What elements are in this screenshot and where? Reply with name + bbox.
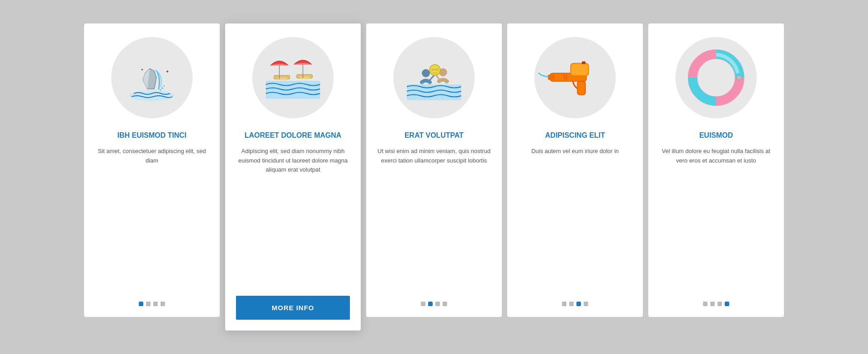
svg-rect-36: [736, 75, 742, 80]
dot-3: [160, 302, 165, 306]
card-4-text: Duis autem vel eum iriure dolor in: [531, 147, 619, 289]
svg-rect-14: [300, 76, 310, 79]
svg-rect-30: [582, 61, 585, 64]
card-5-text: Vel illum dolore eu feugiat nulla facili…: [659, 147, 773, 289]
card-3-dots: [421, 302, 447, 306]
card-4: ADIPISCING ELIT Duis autem vel eum iriur…: [507, 23, 643, 317]
card-1-dots: [139, 302, 165, 306]
cards-container: ✦ ✦ · IBH EUISMOD TINCI Sit amet, consec…: [57, 5, 811, 349]
card-4-title: ADIPISCING ELIT: [545, 131, 605, 140]
icon-circle-2: [252, 37, 334, 118]
beach-icon: [261, 48, 325, 107]
card-1-text: Sit amet, consectetuer adipiscing elit, …: [95, 147, 209, 289]
dot-1: [146, 302, 151, 306]
card-3-text: Ut wisi enim ad minim veniam, quis nostr…: [377, 147, 491, 289]
dot-0: [562, 302, 566, 306]
dot-0: [703, 302, 708, 306]
card-1: ✦ ✦ · IBH EUISMOD TINCI Sit amet, consec…: [84, 23, 220, 317]
card-5-title: EUISMOD: [699, 131, 733, 140]
svg-point-5: [160, 89, 161, 91]
dot-active: [428, 302, 433, 306]
card-2-text: Adipiscing elit, sed diam nonummy nibh e…: [236, 147, 350, 286]
card-3: ERAT VOLUTPAT Ut wisi enim ad minim veni…: [366, 23, 502, 317]
dot-2: [435, 302, 440, 306]
dot-0: [421, 302, 425, 306]
ring-icon: [684, 48, 748, 107]
svg-rect-31: [566, 75, 567, 80]
svg-point-3: [161, 87, 163, 89]
waterpolo-icon: [402, 48, 466, 107]
dot-1: [569, 302, 574, 306]
svg-point-35: [702, 63, 731, 92]
dot-3: [443, 302, 447, 306]
svg-point-21: [429, 65, 440, 75]
watergun-icon: [543, 51, 607, 105]
card-4-dots: [562, 302, 588, 306]
dot-2: [153, 302, 158, 306]
card-5: EUISMOD Vel illum dolore eu feugiat null…: [648, 23, 784, 317]
card-1-title: IBH EUISMOD TINCI: [118, 131, 187, 140]
svg-point-23: [445, 82, 447, 84]
icon-circle-3: [393, 37, 475, 118]
svg-rect-28: [571, 64, 588, 75]
svg-point-4: [164, 85, 165, 87]
svg-point-22: [422, 83, 424, 84]
dot-active: [576, 302, 581, 306]
svg-rect-26: [548, 75, 555, 80]
dot-3: [584, 302, 588, 306]
card-3-title: ERAT VOLUTPAT: [405, 131, 464, 140]
icon-circle-1: ✦ ✦ ·: [111, 37, 193, 118]
card-2-title: LAOREET DOLORE MAGNA: [245, 131, 341, 140]
icon-circle-5: [675, 37, 757, 118]
dot-active: [725, 302, 729, 306]
svg-text:·: ·: [168, 78, 169, 80]
svg-text:✦: ✦: [165, 69, 169, 74]
waterfall-icon: ✦ ✦ ·: [123, 48, 181, 107]
svg-text:✦: ✦: [141, 68, 144, 72]
dot-active: [139, 302, 143, 306]
svg-rect-11: [277, 77, 287, 80]
icon-circle-4: [534, 37, 616, 118]
svg-rect-29: [577, 81, 585, 95]
svg-point-24: [429, 82, 430, 83]
dot-2: [717, 302, 722, 306]
card-2: LAOREET DOLORE MAGNA Adipiscing elit, se…: [225, 23, 361, 331]
dot-1: [710, 302, 715, 306]
more-info-button[interactable]: MORE INFO: [236, 296, 350, 320]
svg-point-17: [422, 69, 430, 77]
svg-rect-32: [564, 75, 565, 80]
card-5-dots: [703, 302, 729, 306]
